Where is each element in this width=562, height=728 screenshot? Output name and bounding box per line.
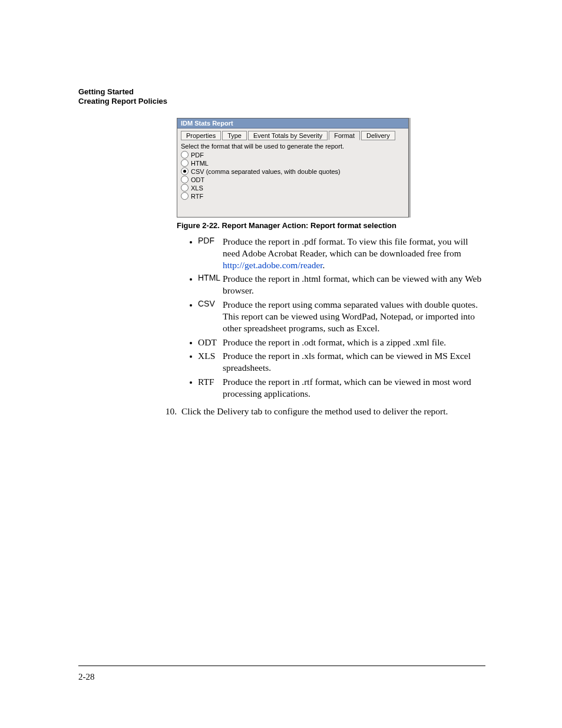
bullet-icon [190, 381, 192, 384]
figure-caption: Figure 2-22. Report Manager Action: Repo… [177, 221, 485, 230]
radio-row-odt[interactable]: ODT [181, 176, 405, 183]
tab-delivery[interactable]: Delivery [361, 131, 395, 140]
step-text: Click the Delivery tab to configure the … [181, 406, 448, 417]
radio-row-pdf[interactable]: PDF [181, 151, 405, 159]
format-term: XLS [198, 350, 223, 362]
radio-icon [181, 176, 189, 183]
format-desc: Produce the report in .pdf format. To vi… [223, 236, 485, 271]
format-desc: Produce the report in .rtf format, which… [223, 376, 485, 400]
list-item-odt: ODT Produce the report in .odt format, w… [177, 337, 485, 348]
list-item-csv: CSV Produce the report using comma separ… [177, 299, 485, 334]
tab-properties[interactable]: Properties [181, 131, 221, 140]
page-header: Getting Started Creating Report Policies [78, 87, 167, 107]
radio-icon [181, 167, 189, 175]
radio-label: CSV (comma separated values, with double… [191, 168, 340, 175]
list-item-rtf: RTF Produce the report in .rtf format, w… [177, 376, 485, 400]
bullet-icon [190, 304, 192, 307]
format-term: CSV [198, 299, 223, 309]
format-term: RTF [198, 376, 223, 388]
step-number: 10. [159, 406, 181, 417]
bullet-icon [190, 278, 192, 281]
tab-type[interactable]: Type [222, 131, 247, 140]
radio-label: XLS [191, 185, 203, 192]
radio-icon [181, 184, 189, 192]
list-item-html: HTML Produce the report in .html format,… [177, 273, 485, 297]
format-desc: Produce the report in .xls format, which… [223, 350, 485, 374]
bullet-icon [190, 355, 192, 358]
radio-icon [181, 159, 189, 167]
dialog-right-border [409, 118, 411, 218]
step-10: 10. Click the Delivery tab to configure … [177, 406, 485, 417]
format-desc: Produce the report in .odt format, which… [223, 337, 485, 348]
radio-icon [181, 192, 189, 200]
radio-label: HTML [191, 160, 209, 167]
format-term: PDF [198, 236, 223, 246]
dialog-tabs: Properties Type Event Totals by Severity… [181, 131, 405, 140]
tab-format[interactable]: Format [329, 131, 360, 140]
header-line-1: Getting Started [78, 87, 167, 97]
radio-row-csv[interactable]: CSV (comma separated values, with double… [181, 167, 405, 175]
tab-event-totals[interactable]: Event Totals by Severity [248, 131, 328, 140]
format-desc: Produce the report in .html format, whic… [223, 273, 485, 297]
list-item-xls: XLS Produce the report in .xls format, w… [177, 350, 485, 374]
radio-row-html[interactable]: HTML [181, 159, 405, 167]
list-item-pdf: PDF Produce the report in .pdf format. T… [177, 236, 485, 271]
dialog-instruction: Select the format that will be used to g… [181, 143, 405, 150]
radio-label: PDF [191, 151, 204, 159]
radio-row-rtf[interactable]: RTF [181, 192, 405, 200]
radio-icon [181, 151, 189, 159]
dialog-title: IDM Stats Report [177, 118, 408, 129]
radio-row-xls[interactable]: XLS [181, 184, 405, 192]
header-line-2: Creating Report Policies [78, 97, 167, 106]
bullet-icon [190, 342, 192, 344]
format-term: HTML [198, 273, 223, 284]
radio-label: RTF [191, 193, 203, 200]
dialog-idm-stats-report: IDM Stats Report Properties Type Event T… [177, 118, 409, 218]
footer-rule [78, 666, 485, 666]
radio-label: ODT [191, 176, 204, 183]
page-number: 2-28 [78, 672, 95, 682]
format-term: ODT [198, 337, 223, 348]
format-desc: Produce the report using comma separated… [223, 299, 485, 334]
format-list: PDF Produce the report in .pdf format. T… [177, 236, 485, 400]
link-adobe-reader[interactable]: http://get.adobe.com/reader [223, 260, 323, 270]
bullet-icon [190, 241, 192, 243]
